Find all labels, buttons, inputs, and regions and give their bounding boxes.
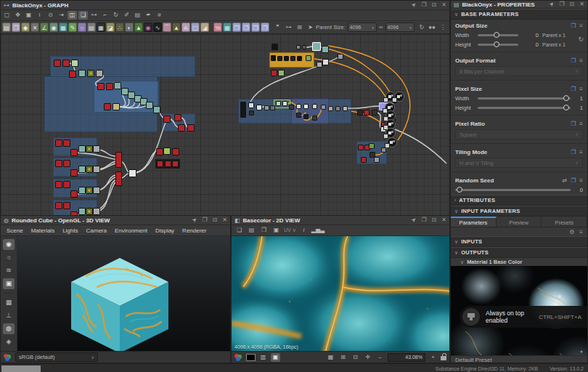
pixel-processor-1-icon[interactable]: ❒ — [232, 23, 241, 32]
graph-node[interactable] — [156, 148, 163, 155]
options-icon[interactable]: ≡ — [579, 149, 583, 155]
pixel-grid-icon[interactable]: ⊞ — [338, 353, 348, 362]
geometry-cube-icon[interactable]: ◈ — [3, 336, 15, 347]
height-slider[interactable] — [478, 44, 518, 46]
tab-parameters[interactable]: Parameters — [451, 217, 497, 227]
pen-icon[interactable]: ✐ — [122, 11, 131, 20]
transform-icon[interactable]: ▣ — [271, 226, 281, 235]
histogram-icon[interactable]: ▂▅▃ — [311, 226, 321, 235]
base-color-preview[interactable]: Always on top enabled CTRL+SHIFT+A — [451, 266, 587, 355]
pattern-node-icon[interactable]: ▦ — [59, 23, 68, 32]
tile-node-icon[interactable]: ▦ — [223, 23, 232, 32]
list-options-icon[interactable]: ≡ — [579, 229, 583, 235]
graph-node[interactable] — [70, 169, 78, 177]
graph-output-node[interactable] — [387, 137, 397, 147]
axes-icon[interactable]: ⊥ — [3, 310, 15, 321]
graph-node[interactable] — [114, 82, 121, 89]
graph-node[interactable] — [303, 104, 309, 109]
height-slider[interactable] — [478, 107, 571, 109]
light-icon[interactable]: ☼ — [3, 252, 15, 263]
pan-icon[interactable]: ✥ — [13, 11, 23, 20]
slider-knob[interactable] — [563, 105, 569, 110]
graph-node[interactable] — [364, 110, 369, 116]
graph-node[interactable] — [296, 113, 301, 118]
graph-node[interactable] — [343, 106, 348, 111]
paint-node-icon[interactable]: ◢ — [200, 23, 209, 32]
graph-node[interactable] — [96, 70, 103, 77]
graph-node[interactable] — [358, 145, 364, 150]
maximize-icon[interactable]: ⊡ — [213, 217, 218, 224]
menu-display[interactable]: Display — [155, 227, 174, 234]
menu-renderer[interactable]: Renderer — [182, 227, 206, 234]
graph-node[interactable] — [270, 105, 275, 110]
inherit-icon[interactable]: ❐ — [571, 57, 576, 64]
zoom-out-icon[interactable]: – — [375, 353, 385, 362]
pin-icon[interactable]: ➤ — [190, 216, 199, 225]
environment-icon[interactable]: ≋ — [3, 265, 15, 276]
random-seed-slider[interactable] — [455, 189, 571, 191]
graph-node[interactable] — [297, 56, 302, 61]
graph-node[interactable] — [264, 105, 269, 110]
graph-node[interactable] — [128, 169, 136, 177]
graph-node[interactable] — [256, 105, 262, 110]
pin-icon[interactable]: ➤ — [409, 1, 418, 9]
history-icon[interactable]: ↻ — [418, 24, 426, 31]
menu-scene[interactable]: Scene — [7, 227, 23, 234]
graph-node[interactable] — [55, 181, 62, 188]
color-profile-icon[interactable] — [4, 354, 12, 361]
graph-output-node[interactable] — [385, 128, 396, 138]
shape-node-icon[interactable]: ○ — [78, 23, 86, 32]
frame-add-icon[interactable]: ⊞ — [295, 23, 304, 32]
output-format-dropdown[interactable]: 8 Bits per Channel∨ — [455, 66, 583, 76]
graph-node[interactable] — [62, 60, 70, 67]
background-swatch[interactable] — [246, 354, 256, 361]
graph-node[interactable] — [157, 161, 163, 167]
zoom-in-icon[interactable]: + — [428, 353, 438, 362]
graph-node[interactable] — [306, 55, 311, 61]
graph-node[interactable] — [87, 70, 94, 77]
elbow-links-icon[interactable]: ⌐ — [100, 11, 110, 20]
graph-node[interactable] — [296, 45, 301, 49]
graph-node[interactable] — [302, 45, 306, 49]
pixel-processor-4-icon[interactable]: ❒ — [261, 23, 269, 32]
graph-node[interactable] — [240, 102, 246, 118]
graph-node[interactable] — [86, 208, 93, 215]
copy-icon[interactable]: ❐ — [259, 226, 269, 235]
float-icon[interactable]: ❐ — [202, 217, 207, 224]
lock-icon[interactable] — [441, 356, 446, 360]
pixel-ratio-dropdown[interactable]: Square∨ — [455, 129, 583, 140]
maximize-icon[interactable]: ⊡ — [570, 1, 575, 8]
channels-icon[interactable]: ▥ — [258, 353, 268, 362]
section-outputs[interactable]: ∨ OUTPUTS — [451, 247, 587, 258]
color-profile-icon[interactable] — [234, 354, 243, 361]
graph-node[interactable] — [104, 103, 111, 110]
graph-node[interactable] — [70, 190, 78, 198]
graph-node[interactable] — [322, 59, 329, 65]
menu-environment[interactable]: Environment — [115, 227, 147, 234]
material-base-color-row[interactable]: ∨ Material 1 Base Color — [451, 258, 587, 266]
graph-node[interactable] — [93, 166, 100, 173]
menu-lights[interactable]: Lights — [62, 227, 78, 234]
graph-node[interactable] — [165, 161, 171, 167]
slider-knob[interactable] — [494, 41, 499, 47]
info-icon[interactable]: i — [299, 226, 309, 235]
graph-node[interactable] — [86, 187, 93, 194]
link-size-icon[interactable]: ∞ — [379, 24, 383, 31]
default-preset-row[interactable]: Default Preset — [451, 355, 587, 363]
graph-node[interactable] — [55, 160, 62, 167]
graph-node[interactable] — [312, 116, 317, 121]
graph-node[interactable] — [163, 147, 171, 155]
pin-icon[interactable]: ➤ — [409, 216, 418, 225]
graph-node[interactable] — [63, 160, 70, 167]
colorspace-dropdown[interactable]: sRGB (default)∨ — [15, 352, 98, 362]
mosaic-node-icon[interactable]: ◉ — [49, 23, 58, 32]
inherit-icon[interactable]: ❐ — [571, 86, 576, 92]
graph-node[interactable] — [271, 70, 277, 76]
pin-node-icon[interactable]: ➤ — [306, 23, 315, 32]
graph-node[interactable] — [335, 106, 340, 111]
graph-node[interactable] — [271, 44, 278, 50]
section-attributes[interactable]: › ATTRIBUTES — [451, 195, 587, 206]
graph-node[interactable] — [115, 171, 122, 186]
slider-knob[interactable] — [457, 187, 462, 193]
screenshot-icon[interactable]: ▣ — [3, 278, 15, 289]
